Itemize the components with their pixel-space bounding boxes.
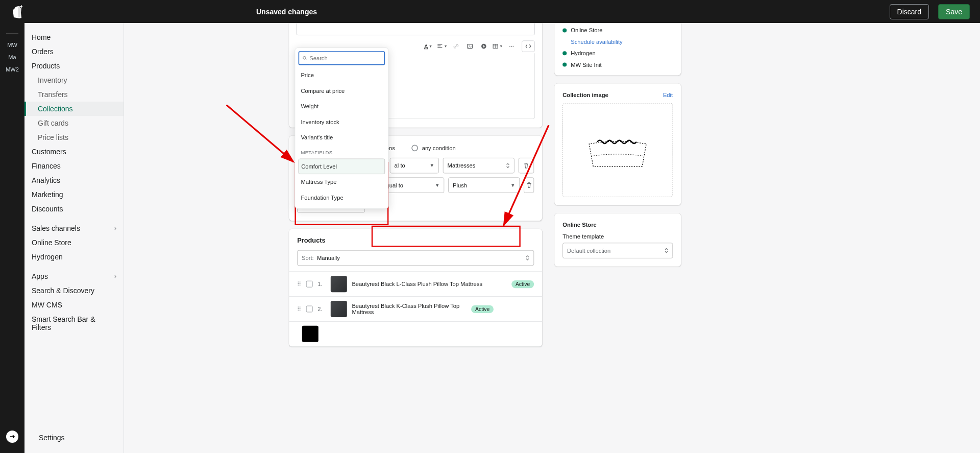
theme-template-select[interactable]: Default collection xyxy=(562,243,673,258)
dropdown-search-input[interactable] xyxy=(309,52,381,64)
product-row xyxy=(289,321,542,347)
rail-toggle-button[interactable] xyxy=(6,431,18,443)
nav-app-smart-search[interactable]: Smart Search Bar & Filters xyxy=(24,312,124,335)
link-icon[interactable] xyxy=(451,41,461,52)
nav-group-apps[interactable]: Apps› xyxy=(24,269,124,283)
products-title: Products xyxy=(289,237,542,250)
dropdown-option-weight[interactable]: Weight xyxy=(299,99,385,114)
nav-home[interactable]: Home xyxy=(24,30,124,44)
svg-point-2 xyxy=(469,45,470,46)
product-thumbnail xyxy=(331,276,347,292)
nav-gift-cards[interactable]: Gift cards xyxy=(24,116,124,130)
nav-price-lists[interactable]: Price lists xyxy=(24,130,124,145)
schedule-availability-link[interactable]: Schedule availability xyxy=(571,38,622,45)
status-dot-icon xyxy=(562,28,567,32)
discard-button[interactable]: Discard xyxy=(890,4,929,19)
product-thumbnail xyxy=(302,326,318,342)
align-icon[interactable]: ▼ xyxy=(437,41,448,52)
drag-handle-icon[interactable]: ⠿ xyxy=(297,306,301,313)
main-content: A▼ ▼ ▼ tions any c xyxy=(124,23,980,453)
svg-text:+: + xyxy=(19,5,22,10)
dropdown-option-mattress-type[interactable]: Mattress Type xyxy=(299,174,385,189)
condition-field-dropdown: Price Compare at price Weight Inventory … xyxy=(295,47,388,209)
nav-customers[interactable]: Customers xyxy=(24,145,124,159)
dropdown-option-foundation-type[interactable]: Foundation Type xyxy=(299,189,385,205)
card-title: Online Store xyxy=(562,222,597,228)
dropdown-option-price[interactable]: Price xyxy=(299,67,385,83)
nav-marketing[interactable]: Marketing xyxy=(24,187,124,202)
product-name[interactable]: Beautyrest Black K-Class Plush Pillow To… xyxy=(352,302,466,316)
save-button[interactable]: Save xyxy=(938,4,970,19)
dropdown-option-variant-title[interactable]: Variant's title xyxy=(299,130,385,145)
product-name[interactable]: Beautyrest Black L-Class Plush Pillow To… xyxy=(352,281,506,288)
more-icon[interactable] xyxy=(506,41,517,52)
products-sort-select[interactable]: Sort: Manually xyxy=(297,250,534,266)
font-color-icon[interactable]: A▼ xyxy=(423,41,434,52)
channel-name: MW Site Init xyxy=(571,61,601,68)
delete-condition-button[interactable] xyxy=(519,158,534,173)
condition1-operator-select[interactable]: al to▼ xyxy=(390,158,439,173)
store-badge[interactable]: Ma xyxy=(0,51,24,63)
search-icon xyxy=(303,55,307,61)
svg-line-9 xyxy=(226,105,293,162)
product-checkbox[interactable] xyxy=(306,306,313,313)
nav-app-search-discovery[interactable]: Search & Discovery xyxy=(24,283,124,298)
nav-hydrogen[interactable]: Hydrogen xyxy=(24,250,124,264)
nav-inventory[interactable]: Inventory xyxy=(24,73,124,87)
dropdown-option-comfort-level[interactable]: Comfort Level xyxy=(299,159,385,174)
drag-handle-icon[interactable]: ⠿ xyxy=(297,281,301,288)
dropdown-search xyxy=(299,51,385,65)
svg-point-7 xyxy=(512,46,513,47)
dropdown-section-metafields: METAFIELDS xyxy=(299,145,385,158)
store-switcher-rail: MW Ma MW2 xyxy=(0,23,24,453)
collection-image-card: Collection image Edit xyxy=(554,83,681,205)
nav-app-mw-cms[interactable]: MW CMS xyxy=(24,298,124,312)
svg-point-5 xyxy=(509,46,510,47)
image-icon[interactable] xyxy=(464,41,475,52)
status-dot-icon xyxy=(562,63,567,67)
product-checkbox[interactable] xyxy=(306,281,313,288)
code-view-button[interactable] xyxy=(522,40,535,52)
nav-group-sales-channels[interactable]: Sales channels› xyxy=(24,221,124,235)
product-index: 2. xyxy=(317,306,326,313)
nav-online-store[interactable]: Online Store xyxy=(24,235,124,250)
nav-products[interactable]: Products xyxy=(24,59,124,73)
products-card: Products Sort: Manually ⠿ 1. Beautyrest … xyxy=(289,229,542,346)
availability-card: Online Store Schedule availability Hydro… xyxy=(554,23,681,75)
svg-point-8 xyxy=(303,57,306,60)
nav-collections[interactable]: Collections xyxy=(24,102,124,116)
shopify-logo: + xyxy=(10,5,22,18)
dropdown-option-stock[interactable]: Inventory stock xyxy=(299,114,385,129)
nav-discounts[interactable]: Discounts xyxy=(24,202,124,216)
channel-name: Hydrogen xyxy=(571,50,596,57)
channel-name: Online Store xyxy=(571,27,602,34)
product-thumbnail xyxy=(331,301,347,317)
nav-transfers[interactable]: Transfers xyxy=(24,87,124,102)
condition2-value-select[interactable]: Plush▼ xyxy=(448,177,520,193)
nav-finances[interactable]: Finances xyxy=(24,159,124,173)
product-row: ⠿ 1. Beautyrest Black L-Class Plush Pill… xyxy=(289,271,542,296)
nav-settings[interactable]: Settings xyxy=(32,431,72,445)
table-icon[interactable]: ▼ xyxy=(493,41,503,52)
video-icon[interactable] xyxy=(478,41,489,52)
nav-analytics[interactable]: Analytics xyxy=(24,173,124,187)
svg-point-6 xyxy=(511,46,512,47)
store-badge[interactable]: MW xyxy=(0,39,24,51)
store-badge[interactable]: MW2 xyxy=(0,63,24,76)
theme-template-label: Theme template xyxy=(562,233,673,240)
dropdown-option-compare[interactable]: Compare at price xyxy=(299,83,385,99)
product-index: 1. xyxy=(317,281,326,288)
delete-condition-button[interactable] xyxy=(524,177,534,193)
edit-image-link[interactable]: Edit xyxy=(663,91,673,98)
title-input[interactable] xyxy=(297,23,535,35)
any-condition-radio[interactable] xyxy=(411,145,418,151)
card-title: Collection image xyxy=(562,91,608,98)
sidebar-nav: Home Orders Products Inventory Transfers… xyxy=(24,23,124,453)
top-header: + Unsaved changes Discard Save xyxy=(0,0,980,23)
condition1-value-select[interactable]: Mattresses xyxy=(443,158,514,173)
status-dot-icon xyxy=(562,51,567,55)
theme-template-card: Online Store Theme template Default coll… xyxy=(554,213,681,267)
image-dropzone[interactable] xyxy=(562,103,673,197)
nav-orders[interactable]: Orders xyxy=(24,44,124,59)
any-condition-label: any condition xyxy=(422,145,456,151)
